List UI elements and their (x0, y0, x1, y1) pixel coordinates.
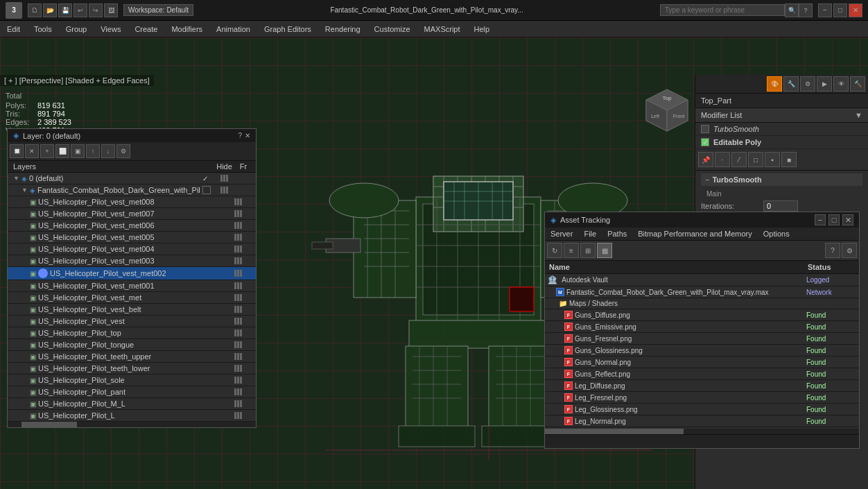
search-btn[interactable]: 🔍 (785, 3, 799, 17)
asset-row[interactable]: F Leg_Glossiness.png Found (545, 404, 859, 415)
asset-input-bar[interactable] (545, 434, 859, 448)
rp-icon-motion[interactable]: ▶ (817, 76, 832, 92)
redo-btn[interactable]: ↪ (89, 3, 103, 17)
lt-add-btn[interactable]: + (40, 144, 54, 158)
layer-item[interactable]: ▣ US_Helicopter_Pilot_vest_met004 (8, 243, 256, 255)
at-settings-btn[interactable]: ⚙ (842, 243, 857, 258)
menu-group[interactable]: Group (59, 23, 94, 35)
asset-row[interactable]: F Guns_Reflect.png Found (545, 368, 859, 380)
rp-subobj-poly[interactable]: ▪ (765, 152, 780, 167)
asset-row[interactable]: F Leg_Fresnel.png Found (545, 392, 859, 404)
save-btn[interactable]: 💾 (58, 3, 72, 17)
layer-item[interactable]: ▣ US_Helicopter_Pilot_vest (8, 316, 256, 327)
asset-menu-bitmap[interactable]: Bitmap Performance and Memory (635, 229, 754, 239)
layer-item[interactable]: ▣ US_Helicopter_Pilot_vest_belt (8, 304, 256, 316)
layer-item[interactable]: ▣ US_Helicopter_Pilot_vest_met008 (8, 196, 256, 208)
asset-row[interactable]: 🏦 Autodesk Vault Logged (545, 274, 859, 286)
menu-views[interactable]: Views (94, 23, 128, 35)
layer-scrollbar[interactable] (8, 422, 256, 427)
menu-create[interactable]: Create (128, 23, 164, 35)
lt-select-highlight-btn[interactable]: ▣ (71, 144, 85, 158)
maximize-btn[interactable]: □ (833, 3, 847, 17)
lt-display-btn[interactable]: 🔲 (10, 144, 24, 158)
asset-maximize-btn[interactable]: □ (828, 214, 840, 225)
menu-modifiers[interactable]: Modifiers (164, 23, 209, 35)
layer-item[interactable]: ▣ US_Helicopter_Pilot_vest_met (8, 292, 256, 304)
menu-help[interactable]: Help (467, 23, 497, 35)
layer-item-selected[interactable]: ▣ US_Helicopter_Pilot_vest_met002 (8, 267, 256, 280)
asset-row[interactable]: F Leg_Diffuse.png Found (545, 380, 859, 392)
at-grid-btn[interactable]: ⊞ (580, 243, 596, 258)
rp-pin-btn[interactable]: 📌 (698, 152, 713, 167)
turbosmooth-checkbox[interactable] (701, 125, 709, 133)
layer-item[interactable]: ▼ ◈ 0 (default) ✓ (8, 173, 256, 185)
rp-icon-hierarchy[interactable]: ⚙ (800, 76, 815, 92)
layer-item[interactable]: ▣ US_Helicopter_Pilot_tongue (8, 339, 256, 351)
asset-menu-options[interactable]: Options (761, 229, 792, 239)
menu-graph-editors[interactable]: Graph Editors (257, 23, 318, 35)
new-btn[interactable]: 🗋 (28, 3, 42, 17)
layer-item[interactable]: ▣ US_Helicopter_Pilot_teeth_upper (8, 351, 256, 363)
asset-row[interactable]: F Guns_Fresnel.png Found (545, 333, 859, 345)
lt-settings-btn[interactable]: ⚙ (116, 144, 130, 158)
at-help-btn[interactable]: ? (825, 243, 840, 258)
menu-animation[interactable]: Animation (209, 23, 257, 35)
ts-iterations-input[interactable] (763, 200, 798, 212)
lt-move-down-btn[interactable]: ↓ (101, 144, 115, 158)
menu-maxscript[interactable]: MAXScript (417, 23, 467, 35)
search-input[interactable] (660, 4, 785, 16)
rp-subobj-edge[interactable]: ∕ (731, 152, 747, 167)
modifier-list-header[interactable]: Modifier List ▼ (695, 108, 868, 123)
close-btn[interactable]: ✕ (849, 3, 862, 17)
asset-menu-file[interactable]: File (581, 229, 599, 239)
layer-item[interactable]: ▣ US_Helicopter_Pilot_teeth_lower (8, 363, 256, 375)
lt-select-all-btn[interactable]: ⬜ (55, 144, 69, 158)
layer-item[interactable]: ▣ US_Helicopter_Pilot_pant (8, 386, 256, 398)
asset-row[interactable]: F Guns_Normal.png Found (545, 357, 859, 368)
rp-subobj-element[interactable]: ■ (781, 152, 797, 167)
layer-item[interactable]: ▣ US_Helicopter_Pilot_vest_met007 (8, 208, 256, 220)
asset-close-btn[interactable]: ✕ (842, 214, 853, 225)
layer-item[interactable]: ▣ US_Helicopter_Pilot_vest_met003 (8, 255, 256, 267)
layer-item[interactable]: ▣ US_Helicopter_Pilot_top (8, 327, 256, 339)
asset-row[interactable]: M Fantastic_Combat_Robot_Dark_Green_with… (545, 286, 859, 298)
lt-move-up-btn[interactable]: ↑ (86, 144, 100, 158)
menu-customize[interactable]: Customize (367, 23, 417, 35)
undo-btn[interactable]: ↩ (73, 3, 87, 17)
open-btn[interactable]: 📂 (43, 3, 57, 17)
rp-icon-display2[interactable]: 👁 (833, 76, 849, 92)
asset-row[interactable]: 📁 Maps / Shaders (545, 298, 859, 309)
asset-scrollbar[interactable] (545, 429, 859, 434)
navigation-cube[interactable]: Top Left Front (643, 86, 691, 135)
rp-icon-modify[interactable]: 🔧 (783, 76, 799, 92)
rp-icon-utilities[interactable]: 🔨 (850, 76, 865, 92)
rp-subobj-border[interactable]: □ (748, 152, 763, 167)
at-table-btn[interactable]: ▦ (597, 243, 612, 258)
asset-minimize-btn[interactable]: − (815, 214, 826, 225)
viewport-label[interactable]: [ + ] [Perspective] [Shaded + Edged Face… (0, 75, 154, 86)
asset-row[interactable]: F Guns_Emissive.png Found (545, 321, 859, 333)
lt-delete-btn[interactable]: ✕ (25, 144, 39, 158)
rp-icon-display[interactable]: 🎨 (767, 76, 782, 92)
layer-panel-close[interactable]: ✕ (245, 132, 250, 139)
layer-scrollbar-thumb[interactable] (21, 422, 77, 427)
asset-row[interactable]: F Leg_Normal.png Found (545, 415, 859, 427)
workspace-selector[interactable]: Workspace: Default (123, 4, 193, 16)
help-btn[interactable]: ? (799, 3, 813, 17)
asset-menu-server[interactable]: Server (548, 229, 575, 239)
minimize-btn[interactable]: − (818, 3, 832, 17)
menu-rendering[interactable]: Rendering (318, 23, 367, 35)
asset-menu-paths[interactable]: Paths (605, 229, 630, 239)
at-refresh-btn[interactable]: ↻ (547, 243, 562, 258)
asset-row[interactable]: F Guns_Glossiness.png Found (545, 345, 859, 357)
asset-row[interactable]: F Guns_Diffuse.png Found (545, 309, 859, 321)
layer-item[interactable]: ▣ US_Helicopter_Pilot_M_L (8, 398, 256, 410)
layer-item[interactable]: ▼ ◈ Fantastic_Combat_Robot_Dark_Green_wi… (8, 185, 256, 196)
edpoly-checkbox[interactable]: ✓ (701, 138, 709, 146)
rp-subobj-vertex[interactable]: · (715, 152, 730, 167)
render-setup-btn[interactable]: 🖼 (104, 3, 118, 17)
menu-tools[interactable]: Tools (27, 23, 59, 35)
layer-item[interactable]: ▣ US_Helicopter_Pilot_vest_met001 (8, 280, 256, 292)
layer-panel-help[interactable]: ? (238, 132, 242, 139)
menu-edit[interactable]: Edit (0, 23, 27, 35)
